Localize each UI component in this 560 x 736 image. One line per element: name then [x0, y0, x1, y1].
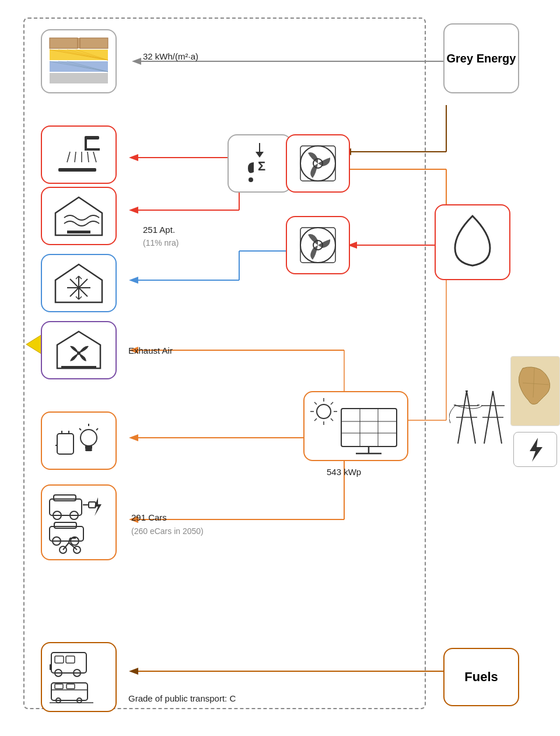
svg-line-70 [96, 428, 98, 430]
apt-count-label: 251 Apt. [143, 225, 175, 235]
electricity-box [41, 411, 117, 470]
grey-energy-label: Grey Energy [447, 51, 516, 66]
svg-line-45 [88, 152, 89, 162]
e-mobility-box [41, 484, 117, 560]
svg-rect-88 [55, 656, 64, 663]
cars-count-label: 291 Cars [131, 512, 167, 522]
svg-rect-25 [50, 38, 108, 48]
grey-energy-value: 32 kWh/(m²·a) [143, 51, 198, 61]
svg-line-71 [79, 428, 81, 430]
svg-point-103 [249, 177, 253, 182]
map-thumbnail [510, 356, 560, 426]
vent-unit-upper: Σ [228, 134, 292, 193]
svg-line-43 [75, 152, 76, 162]
svg-rect-80 [54, 522, 76, 528]
svg-marker-78 [94, 497, 102, 516]
svg-rect-95 [55, 684, 63, 689]
svg-rect-41 [58, 168, 96, 172]
svg-rect-119 [341, 409, 397, 447]
svg-marker-47 [55, 197, 102, 235]
exhaust-air-label: Exhaust Air [128, 346, 173, 355]
svg-rect-62 [57, 434, 74, 454]
fuels-label: Fuels [464, 669, 498, 685]
svg-line-118 [314, 418, 317, 421]
svg-point-66 [80, 430, 97, 446]
svg-rect-93 [51, 683, 88, 700]
svg-text:Σ: Σ [258, 159, 265, 173]
exhaust-fan-box [41, 321, 117, 379]
vent-unit-lower [286, 216, 350, 274]
svg-rect-68 [85, 449, 92, 451]
svg-line-46 [93, 152, 96, 162]
transport-grade-label: Grade of public transport: C [128, 693, 236, 703]
hot-water-box [41, 125, 117, 184]
svg-rect-92 [50, 664, 51, 670]
cooling-box [41, 254, 117, 312]
svg-rect-61 [61, 366, 96, 368]
svg-rect-89 [66, 656, 75, 663]
insulation-box [41, 29, 117, 93]
svg-point-110 [317, 404, 331, 418]
ecars-note-label: (260 eCars in 2050) [131, 526, 204, 536]
svg-rect-73 [54, 495, 76, 501]
solar-pv-box [303, 391, 408, 461]
water-drop-box [435, 204, 510, 280]
public-transport-box [41, 642, 117, 712]
svg-line-85 [69, 538, 70, 543]
svg-marker-101 [256, 152, 264, 158]
apt-nra-label: (11% nra) [143, 238, 178, 247]
solar-kwp-label: 543 kWp [327, 467, 361, 477]
svg-line-42 [67, 152, 70, 162]
svg-line-116 [331, 418, 333, 421]
fuels-box: Fuels [443, 648, 519, 706]
svg-rect-67 [85, 446, 92, 449]
grey-energy-box: Grey Energy [443, 23, 519, 93]
heating-box [41, 187, 117, 245]
svg-rect-96 [66, 684, 75, 689]
diagram-container: Grey Energy 32 kWh/(m²·a) [18, 12, 542, 724]
svg-marker-140 [530, 438, 542, 462]
svg-marker-59 [57, 332, 100, 368]
energy-source-icon [513, 432, 557, 467]
svg-rect-40 [85, 148, 100, 151]
svg-rect-37 [50, 73, 108, 83]
vent-unit-upper-right [286, 134, 350, 193]
svg-rect-77 [89, 502, 96, 508]
svg-line-117 [331, 402, 333, 404]
svg-line-115 [314, 402, 317, 404]
